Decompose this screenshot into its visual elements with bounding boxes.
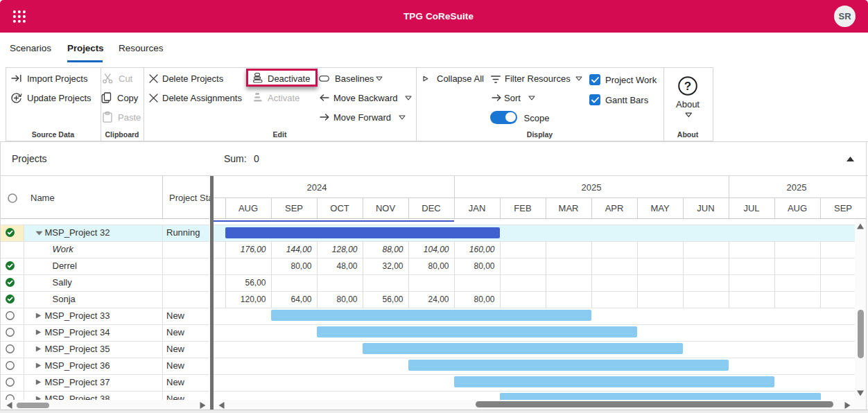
svg-text:?: ?	[684, 80, 691, 93]
